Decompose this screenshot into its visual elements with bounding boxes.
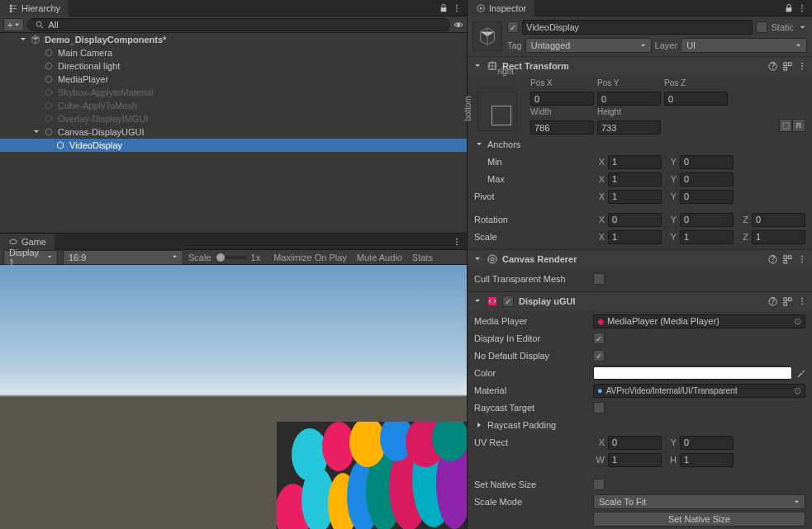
preset-icon[interactable] xyxy=(782,61,792,71)
raycast-checkbox[interactable] xyxy=(593,402,605,413)
scene-row[interactable]: Demo_DisplayComponents* xyxy=(0,33,467,46)
foldout-icon[interactable] xyxy=(474,420,484,430)
rotz-input[interactable] xyxy=(752,213,805,227)
scale-mode-dropdown[interactable]: Scale To Fit xyxy=(593,494,805,509)
script-ref-icon: ◆ xyxy=(597,316,604,327)
material-ref-icon: ● xyxy=(597,385,603,395)
context-menu-icon[interactable] xyxy=(452,237,462,247)
width-input[interactable] xyxy=(530,120,594,135)
preset-icon[interactable] xyxy=(782,296,792,306)
scale-slider[interactable] xyxy=(216,256,246,259)
component-enable-checkbox[interactable] xyxy=(502,295,514,307)
svg-point-0 xyxy=(456,4,458,6)
context-menu-icon[interactable] xyxy=(797,3,807,13)
svg-point-57 xyxy=(801,304,803,305)
anchor-minx-input[interactable] xyxy=(608,155,662,169)
lock-icon[interactable] xyxy=(439,3,449,13)
scene-visibility-icon[interactable] xyxy=(453,20,463,30)
posx-input[interactable] xyxy=(530,92,594,106)
anchor-miny-input[interactable] xyxy=(680,155,734,169)
set-native-checkbox[interactable] xyxy=(593,479,605,490)
hierarchy-item[interactable]: Cube-ApplyToMesh xyxy=(0,99,467,112)
help-icon[interactable]: ? xyxy=(767,254,777,264)
posy-input[interactable] xyxy=(597,92,661,106)
gameobject-icon xyxy=(43,126,55,138)
preset-icon[interactable] xyxy=(782,254,792,264)
foldout-icon[interactable] xyxy=(472,254,482,264)
foldout-icon[interactable] xyxy=(31,127,41,137)
anchor-maxy-input[interactable] xyxy=(680,172,734,187)
context-menu-icon[interactable] xyxy=(452,3,462,13)
context-menu-icon[interactable] xyxy=(797,296,807,306)
raw-edit-button[interactable]: R xyxy=(792,119,805,132)
mute-toggle[interactable]: Mute Audio xyxy=(357,253,402,262)
eyedropper-icon[interactable] xyxy=(795,368,805,378)
set-native-size-button[interactable]: Set Native Size xyxy=(593,512,805,527)
stats-toggle[interactable]: Stats xyxy=(412,253,433,262)
object-name-input[interactable] xyxy=(522,20,753,35)
inspector-tab[interactable]: Inspector xyxy=(468,0,534,17)
scalex-input[interactable] xyxy=(608,230,662,244)
maximize-toggle[interactable]: Maximize On Play xyxy=(273,253,347,262)
layer-label: Layer xyxy=(655,40,678,50)
hierarchy-item[interactable]: Main Camera xyxy=(0,46,467,59)
aspect-dropdown[interactable]: 16:9 xyxy=(63,250,183,265)
blueprint-mode-button[interactable] xyxy=(779,119,792,132)
tag-dropdown[interactable]: Untagged xyxy=(525,38,652,53)
cull-checkbox[interactable] xyxy=(593,273,605,285)
display-dropdown[interactable]: Display 1 xyxy=(3,250,58,265)
help-icon[interactable]: ? xyxy=(767,296,777,306)
hierarchy-item[interactable]: MediaPlayer xyxy=(0,73,467,86)
uvw-input[interactable] xyxy=(608,453,662,467)
canvas-renderer-title: Canvas Renderer xyxy=(502,254,762,264)
hierarchy-item-selected[interactable]: VideoDisplay xyxy=(0,139,467,152)
svg-point-56 xyxy=(801,300,803,302)
anchor-bottom-label: bottom xyxy=(463,96,472,121)
svg-point-18 xyxy=(292,428,328,481)
chevron-down-icon[interactable] xyxy=(797,22,807,32)
scalez-input[interactable] xyxy=(752,230,805,244)
roty-input[interactable] xyxy=(680,213,734,227)
foldout-icon[interactable] xyxy=(18,35,28,45)
lock-icon[interactable] xyxy=(784,3,794,13)
anchor-preset-button[interactable]: bottom xyxy=(477,92,517,131)
hierarchy-search[interactable]: All xyxy=(27,18,450,31)
scaley-input[interactable] xyxy=(680,230,734,244)
create-dropdown[interactable]: + xyxy=(3,18,24,31)
rect-transform-title: Rect Transform xyxy=(502,61,762,71)
rotx-input[interactable] xyxy=(608,213,662,227)
active-checkbox[interactable] xyxy=(507,21,519,33)
foldout-icon[interactable] xyxy=(472,296,482,306)
context-menu-icon[interactable] xyxy=(797,61,807,71)
material-field[interactable]: ●AVProVideo/Internal/UI/Transparent⊙ xyxy=(593,384,805,398)
pivoty-input[interactable] xyxy=(680,190,734,204)
static-checkbox[interactable] xyxy=(756,21,767,33)
hierarchy-item[interactable]: Canvas-DisplayUGUI xyxy=(0,125,467,139)
help-icon[interactable]: ? xyxy=(767,61,777,71)
no-default-checkbox[interactable] xyxy=(593,350,605,361)
hierarchy-item[interactable]: Skybox-ApplytoMaterial xyxy=(0,86,467,99)
hierarchy-tab[interactable]: Hierarchy xyxy=(0,0,69,17)
pivotx-input[interactable] xyxy=(608,190,662,204)
uvx-input[interactable] xyxy=(608,436,662,450)
uvy-input[interactable] xyxy=(680,436,734,450)
unity-icon xyxy=(30,34,41,45)
display-in-editor-checkbox[interactable] xyxy=(593,333,605,344)
svg-rect-53 xyxy=(788,297,791,300)
object-picker-icon[interactable]: ⊙ xyxy=(794,385,801,396)
hierarchy-item[interactable]: Directional light xyxy=(0,59,467,73)
anchor-maxx-input[interactable] xyxy=(608,172,662,187)
layer-dropdown[interactable]: UI xyxy=(681,38,807,53)
media-player-field[interactable]: ◆MediaPlayer (Media Player)⊙ xyxy=(593,314,805,328)
context-menu-icon[interactable] xyxy=(797,254,807,264)
height-input[interactable] xyxy=(597,120,661,135)
foldout-icon[interactable] xyxy=(474,139,484,149)
svg-rect-32 xyxy=(783,62,786,65)
uvh-input[interactable] xyxy=(680,453,734,467)
foldout-icon[interactable] xyxy=(472,61,482,71)
object-picker-icon[interactable]: ⊙ xyxy=(794,316,801,327)
hierarchy-item[interactable]: Overlay-DisplayIMGUI xyxy=(0,112,467,125)
gameobject-icon xyxy=(43,100,55,111)
color-field[interactable] xyxy=(593,366,792,380)
posz-input[interactable] xyxy=(664,92,728,106)
